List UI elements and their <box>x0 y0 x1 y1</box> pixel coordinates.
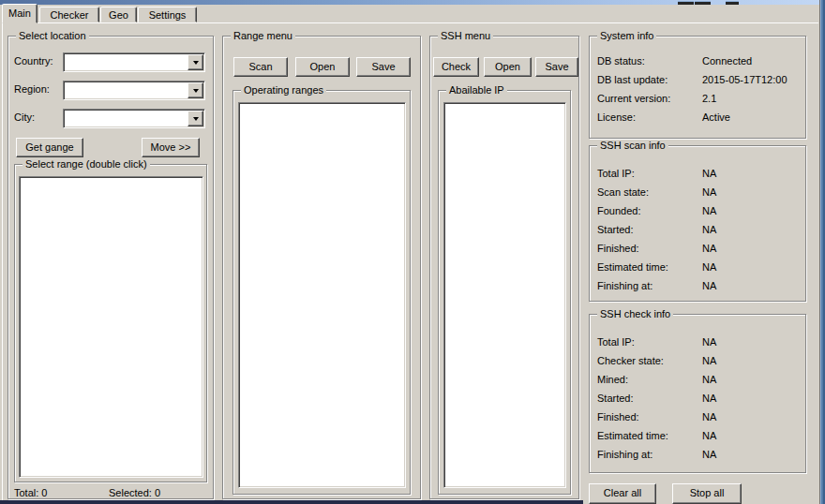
scan-finished-value: NA <box>702 243 716 254</box>
region-label: Region: <box>14 83 50 95</box>
ssh-menu-group: SSH menu Check Open Save Abailable IP <box>429 36 579 499</box>
city-input[interactable] <box>66 111 186 126</box>
check-finishing-at-value: NA <box>702 449 716 460</box>
db-status-value: Connected <box>702 55 752 67</box>
window-right-border <box>819 0 825 504</box>
scan-finishing-at-row: Finishing at: NA <box>597 280 652 292</box>
check-finished-row: Finished: NA <box>597 411 639 423</box>
scan-total-ip-label: Total IP: <box>597 168 635 179</box>
window-maximize-button[interactable] <box>695 1 711 5</box>
select-range-group: Select range (double click) <box>14 164 207 482</box>
current-version-label: Current version: <box>597 93 670 104</box>
check-total-ip-row: Total IP: NA <box>597 336 635 348</box>
window-close-button[interactable] <box>726 1 739 5</box>
check-finished-label: Finished: <box>597 411 639 422</box>
scan-started-row: Started: NA <box>597 224 634 236</box>
range-listbox[interactable] <box>19 176 203 478</box>
scan-state-label: Scan state: <box>597 186 649 198</box>
check-estimated-time-row: Estimated time: NA <box>597 430 668 442</box>
chevron-down-icon <box>193 89 199 93</box>
check-finishing-at-label: Finishing at: <box>597 449 652 460</box>
scan-button[interactable]: Scan <box>233 57 288 77</box>
tab-geo[interactable]: Geo <box>100 7 137 22</box>
checker-state-row: Checker state: NA <box>597 355 664 367</box>
tab-checker[interactable]: Checker <box>39 7 99 22</box>
scan-state-row: Scan state: NA <box>597 186 649 199</box>
db-status-label: DB status: <box>597 55 645 67</box>
city-dropdown-button[interactable] <box>188 111 203 126</box>
range-menu-group: Range menu Scan Open Save Operating rang… <box>222 36 421 499</box>
select-location-group: Select location Country: Region: City: G… <box>8 36 214 499</box>
check-mined-value: NA <box>702 374 716 385</box>
total-label: Total: 0 <box>14 487 47 498</box>
chevron-down-icon <box>193 117 199 121</box>
scan-started-value: NA <box>702 224 716 235</box>
move-button[interactable]: Move >> <box>142 138 200 157</box>
operating-ranges-group: Operating ranges <box>232 90 411 495</box>
country-dropdown-button[interactable] <box>188 54 203 70</box>
tab-main[interactable]: Main <box>2 4 38 23</box>
country-label: Country: <box>14 55 53 67</box>
selected-label: Selected: 0 <box>109 487 160 498</box>
current-version-row: Current version: 2.1 <box>597 93 670 105</box>
clear-all-button[interactable]: Clear all <box>589 483 656 504</box>
region-input[interactable] <box>66 83 186 97</box>
check-started-label: Started: <box>597 393 634 404</box>
stop-all-button[interactable]: Stop all <box>672 483 742 504</box>
scan-total-ip-value: NA <box>702 168 716 179</box>
db-last-update-row: DB last update: 2015-05-17T12:00 <box>597 74 668 86</box>
db-last-update-value: 2015-05-17T12:00 <box>702 74 788 85</box>
chevron-down-icon <box>193 61 199 65</box>
region-combobox[interactable] <box>63 81 205 100</box>
system-info-group: System info DB status: Connected DB last… <box>589 36 806 139</box>
window-minimize-button[interactable] <box>678 1 694 5</box>
check-mined-label: Mined: <box>597 374 628 385</box>
app-window: { "window": { "tabs": ["Main", "Checker"… <box>0 0 825 504</box>
operating-ranges-listbox[interactable] <box>238 102 406 488</box>
check-total-ip-label: Total IP: <box>597 336 635 348</box>
city-combobox[interactable] <box>63 109 205 128</box>
checker-state-value: NA <box>702 355 716 366</box>
license-row: License: Active <box>597 111 636 124</box>
range-menu-legend: Range menu <box>231 30 295 41</box>
region-dropdown-button[interactable] <box>188 82 203 98</box>
check-button[interactable]: Check <box>433 57 479 77</box>
range-open-button[interactable]: Open <box>295 57 350 77</box>
db-last-update-label: DB last update: <box>597 74 668 85</box>
ssh-scan-info-group: SSH scan info Total IP: NA Scan state: N… <box>589 145 806 302</box>
check-estimated-time-value: NA <box>702 430 716 441</box>
scan-finishing-at-value: NA <box>702 280 716 291</box>
range-save-button[interactable]: Save <box>356 57 411 77</box>
check-finishing-at-row: Finishing at: NA <box>597 449 652 461</box>
ssh-scan-info-legend: SSH scan info <box>597 140 668 151</box>
scan-state-value: NA <box>702 186 716 198</box>
db-status-row: DB status: Connected <box>597 55 645 67</box>
scan-total-ip-row: Total IP: NA <box>597 168 635 180</box>
get-range-button[interactable]: Get gange <box>16 138 83 157</box>
available-ip-listbox[interactable] <box>443 102 566 488</box>
scan-founded-label: Founded: <box>597 205 640 216</box>
scan-finishing-at-label: Finishing at: <box>597 280 652 291</box>
scan-finished-row: Finished: NA <box>597 243 639 255</box>
current-version-value: 2.1 <box>702 93 716 104</box>
ssh-open-button[interactable]: Open <box>484 57 532 77</box>
check-started-row: Started: NA <box>597 393 634 405</box>
ssh-save-button[interactable]: Save <box>535 57 578 77</box>
select-range-legend: Select range (double click) <box>22 158 150 170</box>
scan-estimated-time-label: Estimated time: <box>597 261 668 273</box>
tab-settings[interactable]: Settings <box>138 7 197 22</box>
scan-finished-label: Finished: <box>597 243 639 254</box>
country-input[interactable] <box>66 55 186 69</box>
titlebar-sliver <box>0 0 819 5</box>
available-ip-legend: Abailable IP <box>446 84 507 96</box>
check-started-value: NA <box>702 393 716 404</box>
selected-label-text: Selected: <box>109 487 152 498</box>
scan-estimated-time-row: Estimated time: NA <box>597 261 668 274</box>
select-location-legend: Select location <box>16 30 89 41</box>
check-mined-row: Mined: NA <box>597 374 628 386</box>
ssh-menu-legend: SSH menu <box>438 30 493 41</box>
scan-founded-value: NA <box>702 205 716 216</box>
window-bottom-edge <box>0 500 583 504</box>
check-estimated-time-label: Estimated time: <box>597 430 668 441</box>
country-combobox[interactable] <box>63 52 205 72</box>
